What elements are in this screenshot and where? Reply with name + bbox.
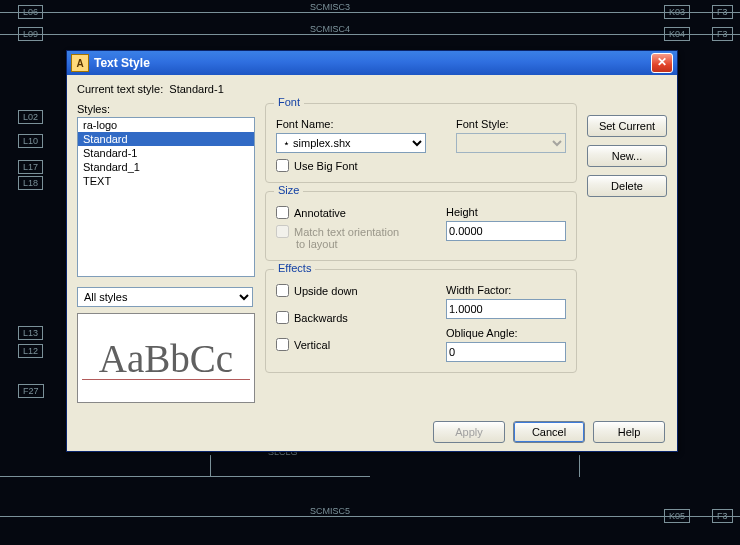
ref-tag: L17 — [18, 160, 43, 174]
upside-down-checkbox[interactable]: Upside down — [276, 284, 436, 297]
vertical-checkbox[interactable]: Vertical — [276, 338, 436, 351]
styles-filter-select[interactable]: All styles — [77, 287, 253, 307]
backwards-label: Backwards — [294, 312, 348, 324]
use-big-font-checkbox[interactable]: Use Big Font — [276, 159, 566, 172]
net-label: SCMISC4 — [310, 24, 350, 34]
upside-down-label: Upside down — [294, 285, 358, 297]
titlebar[interactable]: A Text Style ✕ — [67, 51, 677, 75]
font-style-label: Font Style: — [456, 118, 566, 130]
current-style-label: Current text style: — [77, 83, 163, 95]
ref-tag: K04 — [664, 27, 690, 41]
match-orientation-label2: to layout — [296, 238, 436, 250]
ref-tag: L06 — [18, 5, 43, 19]
match-orientation-input — [276, 225, 289, 238]
current-style-value: Standard-1 — [169, 83, 223, 95]
delete-button[interactable]: Delete — [587, 175, 667, 197]
set-current-button[interactable]: Set Current — [587, 115, 667, 137]
app-icon: A — [71, 54, 89, 72]
font-name-label: Font Name: — [276, 118, 446, 130]
net-label: SCMISC3 — [310, 2, 350, 12]
ref-tag: F3 — [712, 5, 733, 19]
preview-sample-text: AaBbCc — [99, 336, 233, 381]
annotative-checkbox[interactable]: Annotative — [276, 206, 436, 219]
oblique-angle-input[interactable] — [446, 342, 566, 362]
annotative-input[interactable] — [276, 206, 289, 219]
oblique-angle-label: Oblique Angle: — [446, 327, 566, 339]
use-big-font-input[interactable] — [276, 159, 289, 172]
ref-tag: F27 — [18, 384, 44, 398]
match-orientation-checkbox: Match text orientation — [276, 225, 436, 238]
new-button[interactable]: New... — [587, 145, 667, 167]
close-button[interactable]: ✕ — [651, 53, 673, 73]
apply-button[interactable]: Apply — [433, 421, 505, 443]
vertical-input[interactable] — [276, 338, 289, 351]
ref-tag: K03 — [664, 5, 690, 19]
effects-legend: Effects — [274, 262, 315, 274]
current-style-line: Current text style: Standard-1 — [77, 83, 667, 95]
style-preview: AaBbCc — [77, 313, 255, 403]
height-label: Height — [446, 206, 566, 218]
ref-tag: L10 — [18, 134, 43, 148]
styles-list-item[interactable]: ra-logo — [78, 118, 254, 132]
styles-list-item[interactable]: Standard_1 — [78, 160, 254, 174]
width-factor-input[interactable] — [446, 299, 566, 319]
backwards-checkbox[interactable]: Backwards — [276, 311, 436, 324]
font-group: Font Font Name: ⋆ simplex.shx Font Style — [265, 103, 577, 183]
ref-tag: L09 — [18, 27, 43, 41]
upside-down-input[interactable] — [276, 284, 289, 297]
backwards-input[interactable] — [276, 311, 289, 324]
styles-list-item[interactable]: TEXT — [78, 174, 254, 188]
width-factor-label: Width Factor: — [446, 284, 566, 296]
ref-tag: L18 — [18, 176, 43, 190]
net-label: SCMISC5 — [310, 506, 350, 516]
close-icon: ✕ — [657, 55, 667, 69]
size-group: Size Annotative Match text orientation — [265, 191, 577, 261]
effects-group: Effects Upside down Backwards — [265, 269, 577, 373]
text-style-dialog: A Text Style ✕ Current text style: Stand… — [66, 50, 678, 452]
help-button[interactable]: Help — [593, 421, 665, 443]
use-big-font-label: Use Big Font — [294, 160, 358, 172]
styles-list-item[interactable]: Standard — [78, 132, 254, 146]
size-legend: Size — [274, 184, 303, 196]
styles-list-item[interactable]: Standard-1 — [78, 146, 254, 160]
ref-tag: L12 — [18, 344, 43, 358]
styles-label: Styles: — [77, 103, 255, 115]
styles-listbox[interactable]: ra-logoStandardStandard-1Standard_1TEXT — [77, 117, 255, 277]
match-orientation-label: Match text orientation — [294, 226, 399, 238]
annotative-label: Annotative — [294, 207, 346, 219]
font-name-select[interactable]: ⋆ simplex.shx — [276, 133, 426, 153]
vertical-label: Vertical — [294, 339, 330, 351]
ref-tag: K05 — [664, 509, 690, 523]
cancel-button[interactable]: Cancel — [513, 421, 585, 443]
dialog-button-bar: Apply Cancel Help — [433, 421, 665, 443]
window-title: Text Style — [94, 56, 651, 70]
ref-tag: L02 — [18, 110, 43, 124]
ref-tag: L13 — [18, 326, 43, 340]
font-style-select — [456, 133, 566, 153]
ref-tag: F3 — [712, 27, 733, 41]
font-legend: Font — [274, 96, 304, 108]
height-input[interactable] — [446, 221, 566, 241]
ref-tag: F3 — [712, 509, 733, 523]
